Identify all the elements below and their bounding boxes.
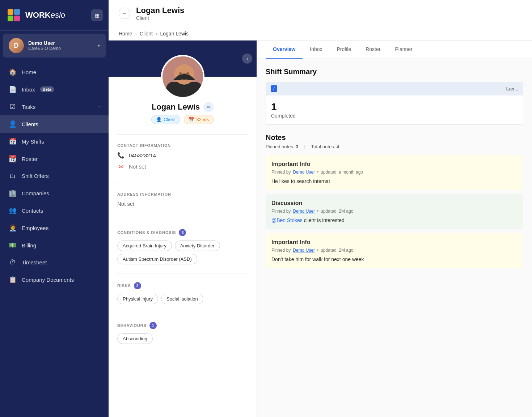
sidebar-item-label: Inbox [22,86,35,93]
tasks-icon: ☑ [9,103,17,111]
shift-checkbox[interactable]: ✓ [271,85,277,92]
email-icon: ✉ [117,163,124,170]
svg-point-9 [186,72,189,75]
pinned-notes-label: Pinned notes: 3 [266,144,298,149]
condition-tag-1: Anxiety Disorder [175,241,220,251]
sidebar-item-companies[interactable]: 🏢 Companies [0,184,109,202]
sidebar-item-label: My Shifts [22,139,44,145]
right-panel: Overview Inbox Profile Roster Planner Sh… [257,41,532,417]
svg-rect-4 [14,16,20,21]
avatar: D [9,38,24,53]
phone-row: 📞 045323214 [117,152,248,159]
sidebar-item-employees[interactable]: 🧑‍💼 Employees [0,219,109,237]
user-tag-icon: 👤 [156,117,162,122]
svg-point-8 [179,72,182,75]
sidebar-item-timesheet[interactable]: ⏱ Timesheet [0,254,109,271]
note-pinned-prefix-0: Pinned by [271,170,291,175]
breadcrumb-client[interactable]: Client [140,31,153,37]
sidebar-item-label: Roster [22,156,38,162]
tab-planner[interactable]: Planner [388,41,419,59]
clients-icon: 👤 [9,120,17,128]
breadcrumb: Home › Client › Logan Lewis [109,27,532,41]
sidebar-item-company-documents[interactable]: 📋 Company Documents [0,271,109,288]
employees-icon: 🧑‍💼 [9,224,17,232]
sidebar: WORKesio ▦ D Demo User CareESIO Demo ▾ 🏠… [0,0,109,417]
note-mention-1: @Ben Stokes [271,217,303,223]
nav-items: 🏠 Home 📄 Inbox Beta ☑ Tasks › 👤 Clients … [0,60,109,417]
profile-collapse-button[interactable]: ‹ [242,54,252,64]
risk-tag-0: Physical injury [117,294,158,304]
email-row: ✉ Not set [117,163,248,170]
back-button[interactable]: ← [119,8,130,19]
note-author-0[interactable]: Demo User [293,170,315,175]
sidebar-item-home[interactable]: 🏠 Home [0,63,109,81]
chevron-right-icon: › [98,104,100,109]
profile-avatar [161,55,204,98]
note-dot-1: • [317,209,318,214]
behaviours-count-badge: 1 [149,322,157,329]
contact-info-title: CONTACT INFORMATION [117,143,248,148]
client-role-label: Client [164,117,176,122]
edit-client-button[interactable]: ✏ [203,102,214,112]
divider-2 [117,183,248,183]
breadcrumb-home[interactable]: Home [119,31,132,37]
breadcrumb-sep-1: › [135,31,137,37]
sidebar-item-label: Timesheet [22,259,47,265]
note-author-2[interactable]: Demo User [293,248,315,253]
svg-rect-2 [14,9,20,15]
condition-tag-2: Autism Spectrum Disorder (ASD) [117,254,197,264]
user-section[interactable]: D Demo User CareESIO Demo ▾ [3,34,106,58]
sidebar-item-tasks[interactable]: ☑ Tasks › [0,98,109,115]
profile-tags: 👤 Client 📅 32 yrs [117,115,248,124]
svg-rect-3 [8,16,13,21]
tab-profile[interactable]: Profile [330,41,359,59]
sidebar-header: WORKesio ▦ [0,0,109,31]
profile-info: Logan Lewis ✏ 👤 Client 📅 32 yrs [109,102,257,130]
behaviour-tag-0: Absconding [117,333,153,344]
note-content-suffix-1: client is interested [303,217,345,223]
tab-inbox[interactable]: Inbox [303,41,329,59]
timesheet-icon: ⏱ [9,259,17,266]
tab-overview[interactable]: Overview [266,41,303,59]
main-content: ← Logan Lewis Client Home › Client › Log… [109,0,532,417]
note-content-1: @Ben Stokes client is interested [271,217,518,223]
sidebar-item-label: Home [22,69,36,75]
sidebar-item-shift-offers[interactable]: 🗂 Shift Offers [0,167,109,184]
note-content-2: Don't take him for walk for next one wee… [271,256,518,262]
companies-icon: 🏢 [9,189,17,197]
note-pinned-prefix-2: Pinned by [271,248,291,253]
behaviours-title: BEHAVIOURS [117,323,147,328]
total-notes-count: 4 [337,144,339,149]
shift-summary-title: Shift Summary [266,68,523,76]
sidebar-item-roster[interactable]: 📆 Roster [0,150,109,167]
note-time-2: updated: 2M ago [321,248,353,253]
client-role-tag: 👤 Client [151,115,180,124]
sidebar-item-billing[interactable]: 💵 Billing [0,237,109,254]
sidebar-item-clients[interactable]: 👤 Clients [0,115,109,133]
sidebar-toggle-button[interactable]: ▦ [91,9,103,21]
sidebar-item-inbox[interactable]: 📄 Inbox Beta [0,81,109,98]
note-time-0: updated: a month ago [321,170,363,175]
tab-roster[interactable]: Roster [358,41,388,59]
note-content-0: He likes to search internat [271,178,518,184]
note-dot-2: • [317,248,318,253]
note-card-2: Important Info Pinned by Demo User • upd… [266,233,523,268]
sidebar-item-label: Billing [22,242,36,248]
logo-text: WORKesio [25,10,65,20]
sidebar-item-contacts[interactable]: 👥 Contacts [0,202,109,219]
note-card-1: Discussion Pinned by Demo User • updated… [266,194,523,229]
address-row: Not set [117,201,248,207]
address-info-title: ADDRESS INFORMATION [117,192,248,196]
client-phone: 045323214 [129,152,156,158]
risks-title: RISKS [117,284,131,288]
company-docs-icon: 📋 [9,276,17,284]
note-author-1[interactable]: Demo User [293,209,315,214]
content-area: ‹ Logan Lewis ✏ 👤 Client 📅 32 yrs [109,41,532,417]
phone-icon: 📞 [117,152,124,159]
user-info: Demo User CareESIO Demo [28,40,93,51]
right-content: Shift Summary ✓ Las... 1 Completed Notes… [257,59,532,281]
sidebar-item-label: Clients [22,121,38,127]
sidebar-item-my-shifts[interactable]: 📅 My Shifts [0,133,109,150]
svg-rect-1 [8,9,13,15]
risks-title-row: RISKS 2 [117,282,248,289]
